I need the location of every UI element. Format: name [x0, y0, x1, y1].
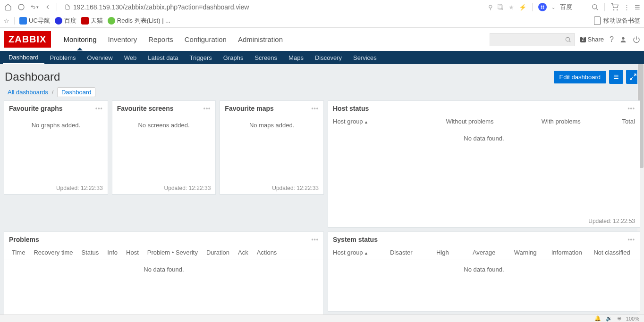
cart-icon[interactable] [610, 3, 619, 11]
bookmark-tmall[interactable]: 天猫 [81, 17, 103, 25]
bookmark-baidu[interactable]: 百度 [55, 17, 76, 25]
col-with[interactable]: With problems [516, 118, 607, 125]
mobile-bookmarks-label[interactable]: 移动设备书签 [603, 17, 640, 25]
col-info[interactable]: Info [107, 249, 118, 256]
hamburger-icon[interactable]: ☰ [635, 4, 640, 11]
edit-dashboard-button[interactable]: Edit dashboard [554, 71, 606, 83]
col-status[interactable]: Status [81, 249, 99, 256]
widget-title: System status [333, 236, 378, 243]
power-icon[interactable] [633, 36, 640, 43]
nav-configuration[interactable]: Configuration [179, 29, 232, 50]
widget-fav-screens: Favourite screens••• No screens added. U… [112, 100, 216, 195]
page-title-actions: Edit dashboard [554, 70, 640, 84]
pin-icon[interactable]: ⚲ [488, 4, 493, 11]
bookmark-tmall-label: 天猫 [91, 17, 103, 25]
url-bar[interactable]: 192.168.159.130/zabbix/zabbix.php?action… [62, 3, 483, 11]
help-icon[interactable]: ? [610, 35, 614, 44]
nav-inventory[interactable]: Inventory [102, 29, 143, 50]
search-icon[interactable] [591, 3, 599, 11]
col-disaster[interactable]: Disaster [382, 249, 421, 256]
col-recovery[interactable]: Recovery time [34, 249, 73, 256]
breadcrumb-all[interactable]: All dashboards [8, 89, 48, 96]
nav-monitoring[interactable]: Monitoring [58, 29, 102, 50]
list-button[interactable] [609, 70, 623, 84]
bookmark-uc-label: UC导航 [29, 17, 50, 25]
main-nav: Monitoring Inventory Reports Configurati… [58, 29, 288, 50]
subnav-problems[interactable]: Problems [44, 51, 82, 64]
col-notclassified[interactable]: Not classified [589, 249, 635, 256]
widget-nodata: No data found. [332, 261, 636, 278]
col-high[interactable]: High [424, 249, 462, 256]
bookmark-redis[interactable]: Redis 列表(List) | ... [108, 17, 170, 25]
col-problem[interactable]: Problem • Severity [147, 249, 198, 256]
col-time[interactable]: Time [12, 249, 25, 256]
undo-icon[interactable]: ▾ [30, 3, 39, 11]
widget-fav-graphs: Favourite graphs••• No graphs added. Upd… [4, 100, 108, 195]
kebab-icon[interactable]: ⋮ [624, 4, 630, 11]
col-warning[interactable]: Warning [506, 249, 545, 256]
page-icon [65, 4, 70, 10]
col-total[interactable]: Total [607, 118, 635, 125]
widget-system-status: System status••• Host group Disaster Hig… [328, 231, 640, 312]
widget-problems: Problems••• Time Recovery time Status In… [4, 231, 324, 314]
subnav-screens[interactable]: Screens [249, 51, 283, 64]
dashboard-grid: Favourite graphs••• No graphs added. Upd… [4, 100, 640, 314]
global-search[interactable] [490, 33, 575, 46]
col-information[interactable]: Information [547, 249, 586, 256]
bookmark-star-icon[interactable]: ☆ [4, 17, 9, 25]
subnav-web[interactable]: Web [119, 51, 143, 64]
col-average[interactable]: Average [465, 249, 503, 256]
host-status-columns: Host group Without problems With problem… [328, 115, 640, 128]
back-icon[interactable] [43, 3, 52, 11]
subnav-discovery[interactable]: Discovery [309, 51, 347, 64]
widget-title: Host status [333, 105, 369, 112]
widget-menu-icon[interactable]: ••• [311, 236, 319, 243]
subnav-dashboard[interactable]: Dashboard [3, 51, 44, 64]
page-body: Dashboard Edit dashboard All dashboards … [0, 64, 644, 314]
widget-menu-icon[interactable]: ••• [203, 105, 211, 112]
breadcrumb: All dashboards / Dashboard [8, 89, 640, 96]
widget-menu-icon[interactable]: ••• [627, 236, 635, 243]
bookmark-uc[interactable]: UC导航 [19, 17, 50, 25]
reload-icon[interactable] [17, 3, 25, 11]
svg-point-4 [543, 8, 544, 9]
zabbix-logo[interactable]: ZABBIX [4, 31, 51, 48]
browser-toolbar: ▾ 192.168.159.130/zabbix/zabbix.php?acti… [0, 0, 644, 14]
widget-menu-icon[interactable]: ••• [627, 105, 635, 112]
svg-point-2 [543, 6, 544, 7]
col-actions[interactable]: Actions [257, 249, 277, 256]
col-hostgroup[interactable]: Host group [333, 118, 424, 125]
translate-icon[interactable]: ⿻ [498, 4, 504, 11]
bolt-icon[interactable]: ⚡ [519, 4, 526, 11]
col-without[interactable]: Without problems [424, 118, 515, 125]
svg-point-0 [18, 4, 24, 10]
breadcrumb-current[interactable]: Dashboard [57, 87, 96, 97]
widget-menu-icon[interactable]: ••• [311, 105, 319, 112]
subnav-maps[interactable]: Maps [283, 51, 309, 64]
star-icon[interactable]: ★ [508, 4, 514, 11]
widget-menu-icon[interactable]: ••• [95, 105, 103, 112]
subnav-triggers[interactable]: Triggers [184, 51, 218, 64]
nav-administration[interactable]: Administration [232, 29, 288, 50]
header-right: ZShare ? [490, 33, 640, 46]
widget-title: Favourite graphs [9, 105, 63, 112]
user-icon[interactable] [619, 36, 627, 43]
col-ack[interactable]: Ack [238, 249, 248, 256]
dropdown-icon[interactable]: ⌄ [551, 5, 555, 10]
col-duration[interactable]: Duration [206, 249, 229, 256]
subnav-latestdata[interactable]: Latest data [142, 51, 184, 64]
mobile-icon[interactable] [594, 17, 601, 25]
col-host[interactable]: Host [126, 249, 139, 256]
system-status-columns: Host group Disaster High Average Warning… [328, 246, 640, 259]
home-icon[interactable] [4, 3, 12, 11]
baidu-icon[interactable] [538, 3, 547, 11]
share-button[interactable]: ZShare [580, 36, 604, 43]
subnav-overview[interactable]: Overview [82, 51, 119, 64]
col-hostgroup[interactable]: Host group [333, 249, 379, 256]
subnav-services[interactable]: Services [347, 51, 382, 64]
bookmark-redis-label: Redis 列表(List) | ... [117, 17, 170, 25]
nav-reports[interactable]: Reports [143, 29, 179, 50]
subnav-graphs[interactable]: Graphs [218, 51, 249, 64]
widget-title: Favourite screens [117, 105, 174, 112]
widget-updated: Updated: 12:22:33 [220, 183, 323, 194]
